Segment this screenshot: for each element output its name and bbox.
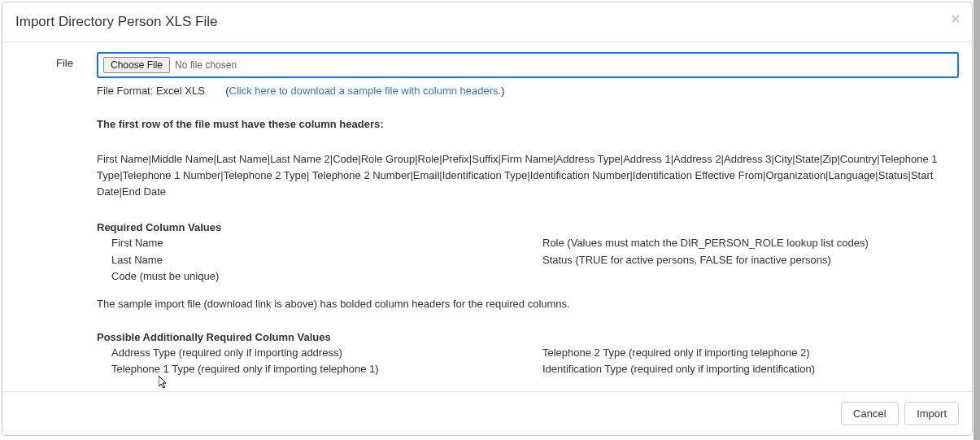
column-headers-list: First Name|Middle Name|Last Name|Last Na… xyxy=(97,151,959,200)
import-modal: Import Directory Person XLS File × File … xyxy=(2,2,973,436)
additional-left-col: Address Type (required only if importing… xyxy=(97,345,528,377)
import-button[interactable]: Import xyxy=(904,402,959,425)
close-icon[interactable]: × xyxy=(951,11,960,27)
additional-item: Telephone 2 Type (required only if impor… xyxy=(528,345,959,361)
cancel-button[interactable]: Cancel xyxy=(841,402,898,425)
modal-footer: Cancel Import xyxy=(2,391,972,435)
file-label: File xyxy=(15,52,97,69)
required-item: First Name xyxy=(97,235,528,251)
additional-item: Identification Type (required only if im… xyxy=(528,361,959,377)
modal-header: Import Directory Person XLS File × xyxy=(2,2,972,42)
required-right-col: Role (Values must match the DIR_PERSON_R… xyxy=(528,235,959,284)
additional-values-columns: Address Type (required only if importing… xyxy=(97,345,959,377)
required-left-col: First Name Last Name Code (must be uniqu… xyxy=(97,235,528,284)
additional-right-col: Telephone 2 Type (required only if impor… xyxy=(528,345,959,377)
scrollbar[interactable] xyxy=(973,0,980,440)
required-item: Code (must be unique) xyxy=(97,268,528,285)
required-values-heading: Required Column Values xyxy=(97,221,959,233)
headers-instruction: The first row of the file must have thes… xyxy=(97,118,959,130)
file-format-line: File Format: Excel XLS (Click here to do… xyxy=(97,85,959,97)
sample-file-note: The sample import file (download link is… xyxy=(97,298,959,310)
download-sample-link[interactable]: Click here to download a sample file wit… xyxy=(229,85,502,97)
required-values-columns: First Name Last Name Code (must be uniqu… xyxy=(97,235,959,284)
file-control-area: Choose File No file chosen File Format: … xyxy=(97,52,959,377)
additional-values-heading: Possible Additionally Required Column Va… xyxy=(97,331,959,343)
file-input[interactable]: Choose File No file chosen xyxy=(97,52,959,78)
required-item: Role (Values must match the DIR_PERSON_R… xyxy=(528,235,959,251)
file-row: File Choose File No file chosen File For… xyxy=(15,52,959,377)
additional-item: Address Type (required only if importing… xyxy=(97,345,528,361)
required-item: Last Name xyxy=(97,252,528,268)
file-format-text: File Format: Excel XLS xyxy=(97,85,205,97)
file-status-text: No file chosen xyxy=(175,59,237,71)
modal-title: Import Directory Person XLS File xyxy=(15,14,959,30)
required-item: Status (TRUE for active persons, FALSE f… xyxy=(528,252,959,268)
modal-body: File Choose File No file chosen File For… xyxy=(2,42,972,391)
additional-item: Telephone 1 Type (required only if impor… xyxy=(97,361,528,377)
choose-file-button[interactable]: Choose File xyxy=(103,57,170,73)
download-paren-close: ) xyxy=(501,85,504,97)
